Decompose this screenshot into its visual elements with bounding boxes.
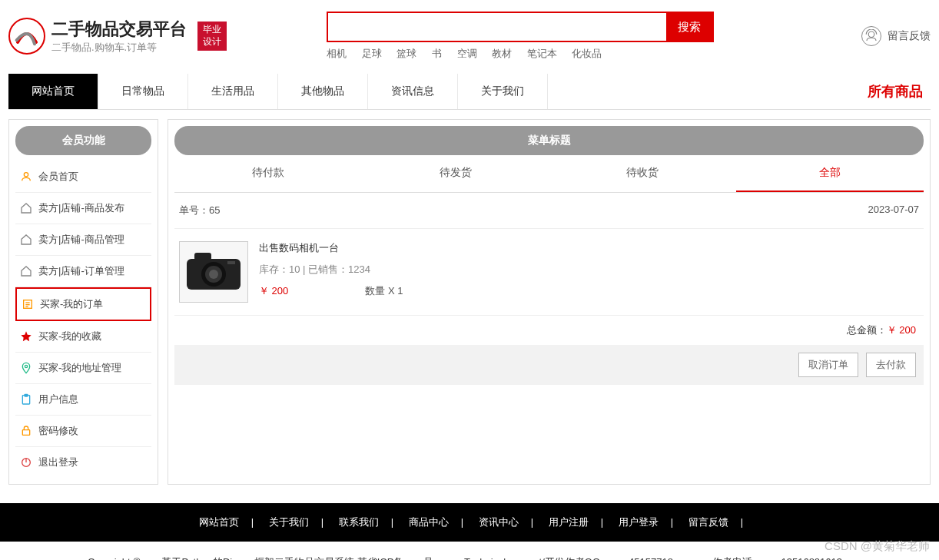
hot-word[interactable]: 足球 <box>362 48 382 59</box>
product-image[interactable] <box>179 241 248 303</box>
logo-subtitle: 二手物品.购物车.订单等 <box>51 41 187 55</box>
hot-word[interactable]: 化妆品 <box>572 48 602 59</box>
list-icon <box>22 298 34 310</box>
hot-word[interactable]: 笔记本 <box>527 48 557 59</box>
footer-link[interactable]: 用户登录 <box>619 516 659 528</box>
pay-button[interactable]: 去付款 <box>866 353 916 377</box>
sidebar-item-logout[interactable]: 退出登录 <box>15 447 151 478</box>
sidebar: 会员功能 会员首页 卖方|店铺-商品发布 卖方|店铺-商品管理 卖方|店铺-订单… <box>8 119 158 485</box>
sidebar-item-home[interactable]: 会员首页 <box>15 161 151 193</box>
order-header: 单号：65 2023-07-07 <box>174 193 924 229</box>
svg-rect-17 <box>227 261 235 264</box>
hot-word[interactable]: 书 <box>432 48 442 59</box>
home-icon <box>20 202 32 214</box>
nav-life[interactable]: 生活用品 <box>188 74 278 109</box>
menu-title: 菜单标题 <box>174 126 924 155</box>
nav-news[interactable]: 资讯信息 <box>368 74 458 109</box>
svg-point-15 <box>209 270 218 279</box>
product-price: ￥ 200 <box>259 284 288 298</box>
copyright: Copyright © 基于Python的Django框架二手物品交易系统 某省… <box>0 542 939 560</box>
sidebar-item-shop-publish[interactable]: 卖方|店铺-商品发布 <box>15 193 151 224</box>
hot-word[interactable]: 篮球 <box>397 48 416 59</box>
svg-point-1 <box>24 173 28 177</box>
order-total: 总金额：￥ 200 <box>174 315 924 345</box>
order-no-label: 单号： <box>179 204 209 216</box>
hot-words: 相机 足球 篮球 书 空调 教材 笔记本 化妆品 <box>327 47 714 61</box>
hot-word[interactable]: 空调 <box>457 48 477 59</box>
footer-nav: 网站首页| 关于我们| 联系我们| 商品中心| 资讯中心| 用户注册| 用户登录… <box>0 503 939 542</box>
nav-daily[interactable]: 日常物品 <box>98 74 188 109</box>
order-no: 65 <box>209 204 220 216</box>
svg-rect-8 <box>25 394 28 396</box>
feedback-link[interactable]: 留言反馈 <box>861 26 931 46</box>
footer-link[interactable]: 商品中心 <box>409 516 449 528</box>
home-icon <box>20 234 32 246</box>
pin-icon <box>20 362 32 374</box>
hot-word[interactable]: 相机 <box>327 48 347 59</box>
star-icon <box>20 330 32 343</box>
search-button[interactable]: 搜索 <box>666 13 712 41</box>
tab-pending-pay[interactable]: 待付款 <box>174 155 362 192</box>
footer-link[interactable]: 用户注册 <box>549 516 589 528</box>
user-icon <box>20 171 32 183</box>
svg-point-6 <box>25 365 27 367</box>
cancel-order-button[interactable]: 取消订单 <box>798 353 858 377</box>
tab-pending-ship[interactable]: 待发货 <box>362 155 549 192</box>
order-date: 2023-07-07 <box>868 204 920 217</box>
logo-icon <box>8 18 45 55</box>
sidebar-item-my-favorites[interactable]: 买家-我的收藏 <box>15 321 151 353</box>
svg-rect-9 <box>22 430 29 436</box>
home-icon <box>20 265 32 277</box>
footer-link[interactable]: 网站首页 <box>199 516 239 528</box>
footer-link[interactable]: 留言反馈 <box>688 516 728 528</box>
footer-link[interactable]: 资讯中心 <box>479 516 519 528</box>
order-item: 出售数码相机一台 库存：10 | 已销售：1234 ￥ 200 数量 X 1 <box>174 229 924 315</box>
sidebar-title: 会员功能 <box>15 126 151 155</box>
clipboard-icon <box>20 393 32 406</box>
sidebar-item-user-info[interactable]: 用户信息 <box>15 384 151 416</box>
product-stats: 库存：10 | 已销售：1234 <box>259 263 403 277</box>
search-input[interactable] <box>328 13 666 41</box>
logo-title: 二手物品交易平台 <box>51 18 187 41</box>
nav-all-products[interactable]: 所有商品 <box>868 82 931 101</box>
search-box: 搜索 <box>327 12 714 42</box>
sidebar-item-password[interactable]: 密码修改 <box>15 416 151 447</box>
sidebar-item-shop-manage[interactable]: 卖方|店铺-商品管理 <box>15 224 151 256</box>
feedback-label: 留言反馈 <box>888 29 931 43</box>
product-name[interactable]: 出售数码相机一台 <box>259 241 403 255</box>
footer-link[interactable]: 关于我们 <box>269 516 309 528</box>
hot-word[interactable]: 教材 <box>492 48 512 59</box>
power-icon <box>20 456 32 469</box>
product-qty: 数量 X 1 <box>365 284 403 298</box>
tab-all[interactable]: 全部 <box>736 155 924 192</box>
sidebar-item-my-address[interactable]: 买家-我的地址管理 <box>15 353 151 384</box>
logo-badge: 毕业 设计 <box>197 22 227 51</box>
sidebar-item-shop-orders[interactable]: 卖方|店铺-订单管理 <box>15 256 151 287</box>
svg-rect-16 <box>194 253 211 260</box>
lock-icon <box>20 425 32 437</box>
order-actions: 取消订单 去付款 <box>174 345 924 385</box>
nav-home[interactable]: 网站首页 <box>8 74 98 109</box>
logo-area[interactable]: 二手物品交易平台 二手物品.购物车.订单等 毕业 设计 <box>8 18 227 55</box>
footer-link[interactable]: 联系我们 <box>339 516 379 528</box>
tab-pending-receive[interactable]: 待收货 <box>549 155 737 192</box>
svg-point-0 <box>868 31 874 38</box>
content-panel: 菜单标题 待付款 待发货 待收货 全部 单号：65 2023-07-07 出售数… <box>168 119 931 485</box>
sidebar-item-my-orders[interactable]: 买家-我的订单 <box>15 287 151 321</box>
nav-other[interactable]: 其他物品 <box>278 74 368 109</box>
headset-icon <box>861 26 881 46</box>
nav-about[interactable]: 关于我们 <box>458 74 548 109</box>
